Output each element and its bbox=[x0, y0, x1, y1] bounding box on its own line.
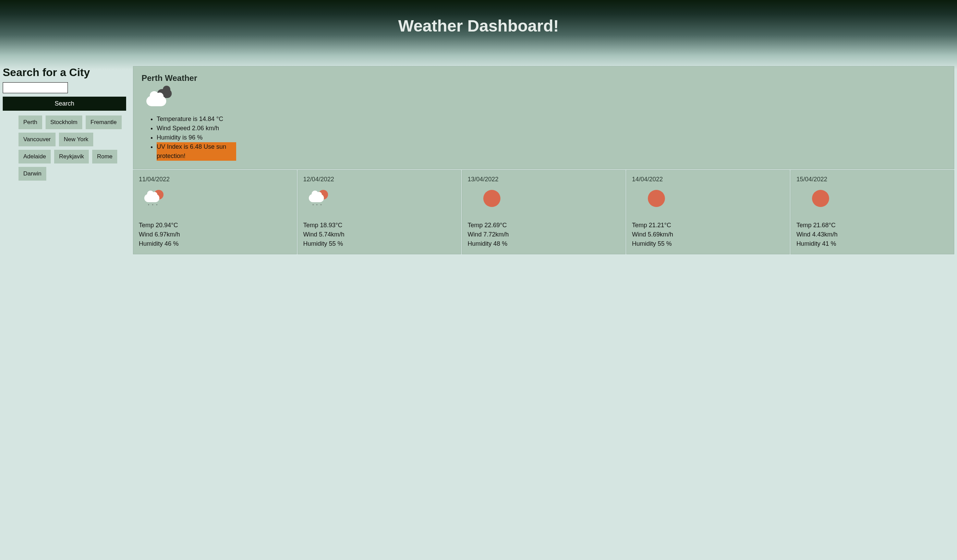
search-history: Perth Stockholm Fremantle Vancouver New … bbox=[3, 115, 126, 181]
forecast-day: 15/04/2022 Temp 21.68°C Wind 4.43km/h Hu… bbox=[790, 170, 954, 254]
current-weather-card: Perth Weather Temperature is 14.84 °C Wi… bbox=[133, 66, 954, 169]
forecast-day: 14/04/2022 Temp 21.21°C Wind 5.69km/h Hu… bbox=[626, 170, 790, 254]
search-button[interactable]: Search bbox=[3, 97, 126, 111]
forecast-humidity: Humidity 46 % bbox=[139, 239, 291, 248]
clouds-icon bbox=[146, 89, 946, 106]
forecast-humidity: Humidity 48 % bbox=[467, 239, 620, 248]
forecast-date: 14/04/2022 bbox=[632, 176, 784, 183]
history-item-stockholm[interactable]: Stockholm bbox=[46, 115, 82, 129]
forecast-humidity: Humidity 41 % bbox=[796, 239, 948, 248]
app-header: Weather Dashboard! bbox=[0, 0, 957, 69]
current-wind: Wind Speed 2.06 km/h bbox=[156, 124, 946, 133]
rain-sun-icon: ༚ ༚ ༚ bbox=[309, 190, 456, 210]
forecast-wind: Wind 5.69km/h bbox=[632, 230, 784, 239]
forecast-date: 12/04/2022 bbox=[303, 176, 456, 183]
sun-icon bbox=[638, 190, 784, 210]
forecast-day: 11/04/2022 ༚ ༚ ༚ Temp 20.94°C Wind 6.97k… bbox=[133, 170, 297, 254]
history-item-fremantle[interactable]: Fremantle bbox=[86, 115, 122, 129]
history-item-reykjavik[interactable]: Reykjavik bbox=[54, 150, 89, 164]
current-city-title: Perth Weather bbox=[142, 73, 946, 83]
history-item-adelaide[interactable]: Adelaide bbox=[19, 150, 51, 164]
history-item-rome[interactable]: Rome bbox=[92, 150, 117, 164]
forecast-row: 11/04/2022 ༚ ༚ ༚ Temp 20.94°C Wind 6.97k… bbox=[133, 170, 954, 254]
current-humidity: Humidity is 96 % bbox=[156, 133, 946, 142]
weather-main: Perth Weather Temperature is 14.84 °C Wi… bbox=[133, 66, 954, 254]
forecast-humidity: Humidity 55 % bbox=[632, 239, 784, 248]
forecast-temp: Temp 21.68°C bbox=[796, 221, 948, 230]
forecast-day: 13/04/2022 Temp 22.69°C Wind 7.72km/h Hu… bbox=[462, 170, 625, 254]
forecast-temp: Temp 22.69°C bbox=[467, 221, 620, 230]
forecast-date: 11/04/2022 bbox=[139, 176, 291, 183]
forecast-date: 13/04/2022 bbox=[467, 176, 620, 183]
forecast-day: 12/04/2022 ༚ ༚ ༚ Temp 18.93°C Wind 5.74k… bbox=[297, 170, 461, 254]
current-uv-index: UV Index is 6.48 Use sun protection! bbox=[156, 142, 236, 161]
forecast-wind: Wind 6.97km/h bbox=[139, 230, 291, 239]
forecast-wind: Wind 5.74km/h bbox=[303, 230, 456, 239]
search-heading: Search for a City bbox=[3, 66, 126, 79]
search-sidebar: Search for a City Search Perth Stockholm… bbox=[3, 66, 126, 254]
history-item-vancouver[interactable]: Vancouver bbox=[19, 133, 55, 146]
forecast-temp: Temp 21.21°C bbox=[632, 221, 784, 230]
current-temperature: Temperature is 14.84 °C bbox=[156, 114, 946, 124]
forecast-wind: Wind 4.43km/h bbox=[796, 230, 948, 239]
city-search-input[interactable] bbox=[3, 82, 68, 93]
rain-sun-icon: ༚ ༚ ༚ bbox=[144, 190, 291, 210]
forecast-wind: Wind 7.72km/h bbox=[467, 230, 620, 239]
history-item-perth[interactable]: Perth bbox=[19, 115, 42, 129]
history-item-darwin[interactable]: Darwin bbox=[19, 167, 46, 181]
forecast-temp: Temp 18.93°C bbox=[303, 221, 456, 230]
history-item-new-york[interactable]: New York bbox=[59, 133, 93, 146]
page-title: Weather Dashboard! bbox=[0, 16, 957, 35]
forecast-humidity: Humidity 55 % bbox=[303, 239, 456, 248]
sun-icon bbox=[802, 190, 948, 210]
forecast-date: 15/04/2022 bbox=[796, 176, 948, 183]
sun-icon bbox=[473, 190, 620, 210]
forecast-temp: Temp 20.94°C bbox=[139, 221, 291, 230]
